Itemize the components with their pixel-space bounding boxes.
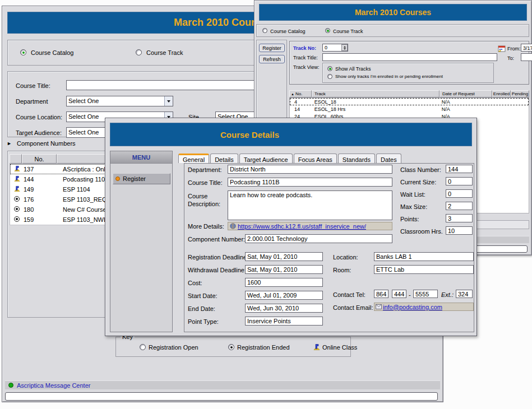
course-catalog-radio[interactable] [20,49,26,55]
to-select[interactable] [521,53,532,61]
point-type-input[interactable]: Inservice Points [245,317,323,326]
department-select[interactable]: Select One [66,96,173,106]
calendar-icon[interactable] [498,44,506,54]
more-details-link[interactable]: https://www.sdhc.k12.fl.us/staff_inservi… [238,223,366,230]
online-class-label: Online Class [322,344,357,351]
no-column-header[interactable]: No. [22,154,57,164]
message-center-input[interactable] [5,392,438,401]
end-date-input[interactable]: Wed, Jun 30, 2010 [245,304,323,313]
registration-ended-key-icon [228,344,234,350]
tab-details[interactable]: Details [210,154,238,163]
points-input[interactable]: 3 [446,214,473,222]
track-window-title: March 2010 Courses [355,8,431,17]
sort-asc-icon: ▲ [291,92,294,96]
current-size-input[interactable]: 0 [446,177,473,185]
track-view-label: Track View: [293,64,320,70]
course-track-label: Course Track [146,49,183,56]
course-catalog-radio[interactable] [262,28,267,33]
registration-open-label: Registration Open [149,344,198,351]
tel-prefix-input[interactable]: 444 [392,290,406,298]
course-no: 149 [24,186,56,193]
status-green-icon [8,383,13,388]
course-track-label: Course Track [333,29,363,34]
icon-column-header[interactable] [10,154,22,164]
track-title-input[interactable] [322,53,497,61]
course-title: Podcasting 1101B [56,176,112,183]
menu-panel: MENU Register [110,151,173,332]
tel-line-input[interactable]: 5555 [413,290,438,298]
registration-ended-icon [10,206,24,213]
desktop: { "colors":{"header_blue":"#0c5a97","tit… [0,0,532,409]
start-date-input[interactable]: Wed, Jul 01, 2009 [245,291,323,300]
course-title: New C# Course [56,206,107,213]
department-label: Department: [188,166,222,173]
course-title-input[interactable]: Podcasting 1101B [228,178,392,187]
ext-input[interactable]: 324 [456,290,473,298]
track-row[interactable]: 14 ESOL_18 Hrs N/A [290,105,529,113]
track-title-label: Track Title: [293,55,318,61]
room-input[interactable]: ETTC Lab [374,265,474,274]
course-track-radio[interactable] [325,28,330,33]
registration-ended-icon [10,196,24,203]
classroom-hrs-input[interactable]: 10 [446,226,473,235]
tab-dates[interactable]: Dates [376,154,401,163]
general-tab-content: Department: District North Course Title:… [184,163,474,332]
contact-email-link[interactable]: info@podcasting.com [383,304,442,310]
more-details-label: More Details: [188,223,224,230]
tab-focus-areas[interactable]: Focus Areas [294,154,337,163]
menu-item-register[interactable]: Register [113,173,170,184]
max-size-input[interactable]: 2 [446,202,473,210]
class-number-input[interactable]: 144 [446,165,473,173]
withdrawal-deadline-input[interactable]: Sat, May 01, 2010 [245,265,323,274]
wait-list-input[interactable]: 0 [446,189,473,198]
course-title-label: Course Title: [188,179,223,186]
component-number-input[interactable]: 2.000.001 Technology [245,234,392,243]
enrolled-column-header[interactable]: Enrolled [492,90,511,97]
course-track-radio[interactable] [136,49,142,55]
track-no-spinner[interactable] [341,44,348,51]
course-title: ESP 1103_REQ A [56,196,112,203]
end-date-label: End Date: [188,305,215,312]
register-dot-icon [115,176,120,181]
track-table-header: ▲No. Track Date of Request Enrolled Pend… [289,90,529,97]
max-size-label: Max Size: [400,203,427,210]
date-column-header[interactable]: Date of Request [440,90,492,97]
tab-target-audience[interactable]: Target Audience [239,154,293,163]
location-input[interactable]: Banks LAB 1 [374,252,474,261]
online-class-icon [10,185,24,193]
show-all-tracks-radio[interactable] [327,66,332,71]
registration-ended-label: Registration Ended [237,344,290,351]
course-no: 144 [24,176,56,183]
contact-email-label: Contact Email: [333,304,373,311]
component-numbers-expander[interactable]: Component Numbers [17,140,76,147]
class-number-label: Class Number: [400,166,441,173]
track-date: N/A [440,106,492,112]
show-all-tracks-label: Show All Tracks [335,66,371,72]
department-input[interactable]: District North [228,165,392,174]
cost-input[interactable]: 1600 [245,278,323,287]
expander-triangle-icon[interactable]: ► [7,141,12,146]
registration-deadline-label: Registration Deadline: [188,254,248,261]
chevron-down-icon [164,96,173,106]
online-class-icon [10,175,24,183]
tab-general[interactable]: General [178,154,209,163]
key-fieldset: Key Registration Open Registration Ended… [115,337,351,357]
no-column-header[interactable]: ▲No. [289,90,312,97]
track-filter-panel: Track No: 0 Track Title: Track View: Sho… [289,41,529,85]
show-enrolled-radio[interactable] [327,74,332,79]
from-label: From: [507,46,521,52]
pending-column-header[interactable]: Pending [511,90,529,97]
register-button[interactable]: Register [259,44,285,52]
tel-area-input[interactable]: 864 [374,290,388,298]
track-column-header[interactable]: Track [312,90,440,97]
description-textarea[interactable]: Learn how to create podcasts. [228,190,392,220]
course-no: 176 [24,196,56,203]
refresh-button[interactable]: Refresh [259,55,285,63]
registration-deadline-input[interactable]: Sat, May 01, 2010 [245,252,323,261]
track-window-header: March 2010 Courses [259,4,527,21]
current-size-label: Current Size: [400,179,436,185]
from-select[interactable]: 3/17/2006 [521,44,532,52]
tab-standards[interactable]: Standards [338,154,375,163]
description-label: Course Description: [188,192,226,208]
track-row[interactable]: 4 ESOL_18 N/A [290,98,529,105]
